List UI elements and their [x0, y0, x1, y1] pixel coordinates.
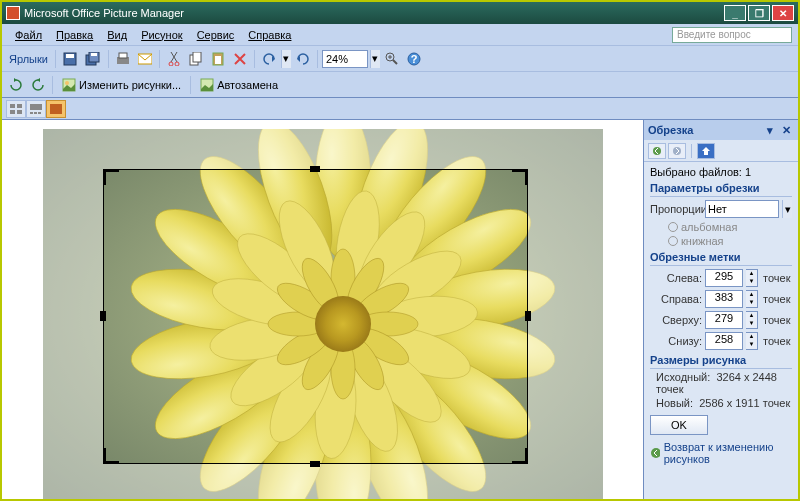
edit-pictures-button[interactable]: Изменить рисунки... — [57, 75, 186, 95]
crop-left-label: Слева: — [650, 272, 702, 284]
crop-handle-bl[interactable] — [103, 448, 119, 464]
crop-bottom-label: Снизу: — [650, 335, 702, 347]
cut-button[interactable] — [164, 49, 184, 69]
view-single-button[interactable] — [46, 100, 66, 118]
menu-tools[interactable]: Сервис — [190, 27, 242, 43]
work-area: Обрезка ▾ ✕ Выбрано файлов: 1 Параметры … — [2, 120, 798, 501]
app-icon — [6, 6, 20, 20]
taskpane-title: Обрезка — [648, 124, 764, 136]
svg-rect-25 — [30, 112, 33, 114]
crop-bottom-input[interactable]: 258 — [705, 332, 743, 350]
svg-point-76 — [673, 147, 681, 155]
svg-rect-22 — [10, 110, 15, 114]
crop-left-input[interactable]: 295 — [705, 269, 743, 287]
crop-right-label: Справа: — [650, 293, 702, 305]
rotate-right-button[interactable] — [28, 75, 48, 95]
crop-handle-tr[interactable] — [512, 169, 528, 185]
crop-right-spinner[interactable]: ▲▼ — [746, 290, 758, 308]
save-all-button[interactable] — [82, 49, 104, 69]
title-bar: Microsoft Office Picture Manager _ ❐ ✕ — [2, 2, 798, 24]
print-button[interactable] — [113, 49, 133, 69]
svg-point-75 — [653, 147, 661, 155]
close-button[interactable]: ✕ — [772, 5, 794, 21]
copy-button[interactable] — [186, 49, 206, 69]
zoom-combo[interactable]: 24% — [322, 50, 368, 68]
taskpane-nav — [644, 140, 798, 162]
svg-point-77 — [651, 448, 660, 458]
zoom-in-button[interactable] — [382, 49, 402, 69]
crop-handle-left[interactable] — [100, 311, 106, 321]
crop-right-input[interactable]: 383 — [705, 290, 743, 308]
menu-edit[interactable]: Правка — [49, 27, 100, 43]
nav-back-button[interactable] — [648, 143, 666, 159]
shortcuts-label[interactable]: Ярлыки — [6, 53, 51, 65]
crop-handle-bottom[interactable] — [310, 461, 320, 467]
menu-help[interactable]: Справка — [241, 27, 298, 43]
svg-rect-6 — [119, 53, 127, 58]
crop-top-spinner[interactable]: ▲▼ — [746, 311, 758, 329]
view-filmstrip-button[interactable] — [26, 100, 46, 118]
maximize-button[interactable]: ❐ — [748, 5, 770, 21]
back-arrow-icon — [650, 447, 660, 459]
crop-handle-br[interactable] — [512, 448, 528, 464]
nav-home-button[interactable] — [697, 143, 715, 159]
task-pane: Обрезка ▾ ✕ Выбрано файлов: 1 Параметры … — [643, 120, 798, 501]
proportions-select[interactable]: Нет — [705, 200, 779, 218]
rotate-left-button[interactable] — [6, 75, 26, 95]
help-button[interactable]: ? — [404, 49, 424, 69]
picture — [43, 129, 603, 499]
window-title: Microsoft Office Picture Manager — [24, 7, 724, 19]
view-thumbnails-button[interactable] — [6, 100, 26, 118]
view-bar — [2, 98, 798, 120]
toolbar-main: Ярлыки ▾ 24% ▾ ? — [2, 46, 798, 72]
nav-forward-button[interactable] — [668, 143, 686, 159]
svg-rect-24 — [30, 104, 42, 110]
menu-bar: Файл Правка Вид Рисунок Сервис Справка В… — [2, 24, 798, 46]
undo-button[interactable] — [259, 49, 279, 69]
taskpane-close-icon[interactable]: ✕ — [782, 124, 794, 136]
orientation-landscape-radio[interactable]: альбомная — [668, 221, 792, 233]
delete-button[interactable] — [230, 49, 250, 69]
save-button[interactable] — [60, 49, 80, 69]
svg-rect-21 — [17, 104, 22, 108]
auto-correct-button[interactable]: Автозамена — [195, 75, 283, 95]
crop-top-label: Сверху: — [650, 314, 702, 326]
taskpane-dropdown-icon[interactable]: ▾ — [767, 124, 779, 136]
svg-rect-28 — [50, 104, 62, 114]
toolbar-edit: Изменить рисунки... Автозамена — [2, 72, 798, 98]
crop-handle-right[interactable] — [525, 311, 531, 321]
crop-top-input[interactable]: 279 — [705, 311, 743, 329]
redo-button[interactable] — [293, 49, 313, 69]
canvas[interactable] — [2, 120, 643, 501]
undo-dropdown[interactable]: ▾ — [281, 50, 291, 68]
crop-bottom-spinner[interactable]: ▲▼ — [746, 332, 758, 350]
crop-handle-top[interactable] — [310, 166, 320, 172]
proportions-dropdown-icon[interactable]: ▾ — [782, 200, 792, 218]
taskpane-header: Обрезка ▾ ✕ — [644, 120, 798, 140]
svg-point-9 — [175, 62, 179, 66]
help-question-input[interactable]: Введите вопрос — [672, 27, 792, 43]
crop-overlay — [43, 129, 603, 499]
menu-picture[interactable]: Рисунок — [134, 27, 190, 43]
paste-button[interactable] — [208, 49, 228, 69]
svg-rect-11 — [193, 52, 201, 62]
crop-box[interactable] — [103, 169, 528, 464]
mail-button[interactable] — [135, 49, 155, 69]
zoom-dropdown[interactable]: ▾ — [370, 50, 380, 68]
svg-rect-20 — [10, 104, 15, 108]
svg-point-8 — [169, 62, 173, 66]
ok-button[interactable]: OK — [650, 415, 708, 435]
orientation-portrait-radio[interactable]: книжная — [668, 235, 792, 247]
menu-view[interactable]: Вид — [100, 27, 134, 43]
svg-rect-1 — [66, 54, 74, 58]
svg-rect-26 — [34, 112, 37, 114]
crop-left-spinner[interactable]: ▲▼ — [746, 269, 758, 287]
minimize-button[interactable]: _ — [724, 5, 746, 21]
svg-point-18 — [65, 81, 69, 85]
menu-file[interactable]: Файл — [8, 27, 49, 43]
back-to-edit-link[interactable]: Возврат к изменению рисунков — [650, 441, 792, 465]
section-dims: Размеры рисунка — [650, 354, 792, 369]
crop-handle-tl[interactable] — [103, 169, 119, 185]
svg-rect-4 — [91, 53, 97, 56]
proportions-label: Пропорции: — [650, 203, 702, 215]
